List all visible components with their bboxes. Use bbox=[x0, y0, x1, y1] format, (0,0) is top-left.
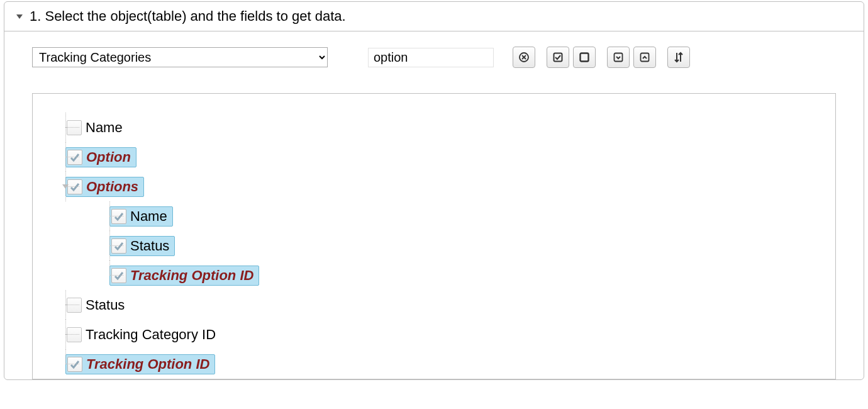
tree-node: OptionsNameStatusTracking Option ID bbox=[48, 172, 820, 290]
tree-item-label: Option bbox=[86, 149, 131, 165]
svg-marker-10 bbox=[62, 184, 69, 189]
tree-item[interactable]: Tracking Category ID bbox=[65, 325, 221, 344]
field-tree: NameOptionOptionsNameStatusTracking Opti… bbox=[48, 113, 820, 379]
toolbar: Tracking Categories bbox=[32, 47, 836, 68]
tree-row[interactable]: Tracking Category ID bbox=[65, 320, 820, 349]
field-tree-container: NameOptionOptionsNameStatusTracking Opti… bbox=[32, 93, 836, 379]
checkbox[interactable] bbox=[67, 150, 82, 165]
disclosure-down-icon bbox=[16, 13, 23, 20]
tree-item-label: Status bbox=[130, 238, 169, 254]
object-select-wrap: Tracking Categories bbox=[32, 47, 328, 67]
checkbox[interactable] bbox=[67, 298, 82, 313]
tree-row[interactable]: Name bbox=[109, 201, 820, 231]
sort-button[interactable] bbox=[667, 47, 690, 68]
step-panel: 1. Select the object(table) and the fiel… bbox=[4, 1, 864, 380]
clear-icon bbox=[518, 52, 530, 63]
tree-item-label: Status bbox=[86, 297, 125, 313]
check-all-icon bbox=[552, 52, 564, 63]
expand-all-icon bbox=[613, 52, 624, 63]
object-select[interactable]: Tracking Categories bbox=[32, 47, 328, 67]
tree-item[interactable]: Tracking Option ID bbox=[109, 266, 259, 286]
tree-children: NameStatusTracking Option ID bbox=[92, 201, 820, 290]
checkbox[interactable] bbox=[111, 238, 126, 254]
tree-node: Name bbox=[92, 201, 820, 231]
tree-item-label: Tracking Option ID bbox=[130, 267, 253, 284]
collapse-all-icon bbox=[639, 52, 650, 63]
svg-rect-4 bbox=[554, 53, 562, 62]
check-all-button[interactable] bbox=[547, 47, 569, 68]
tree-item[interactable]: Status bbox=[109, 236, 175, 256]
tree-row[interactable]: Options bbox=[65, 172, 820, 201]
tree-row[interactable]: Tracking Option ID bbox=[109, 261, 820, 290]
expander-open-icon[interactable] bbox=[61, 182, 70, 191]
tree-item[interactable]: Name bbox=[109, 206, 173, 227]
tree-item-label: Name bbox=[130, 208, 167, 225]
step-header[interactable]: 1. Select the object(table) and the fiel… bbox=[4, 2, 864, 31]
tree-item[interactable]: Options bbox=[65, 177, 144, 197]
tree-node: Option bbox=[48, 142, 820, 172]
tree-item[interactable]: Name bbox=[65, 118, 128, 137]
tree-row[interactable]: Option bbox=[65, 142, 820, 172]
tree-node: Status bbox=[48, 290, 820, 320]
tree-item-label: Options bbox=[86, 179, 138, 195]
tree-row[interactable]: Name bbox=[65, 113, 820, 142]
tree-item[interactable]: Status bbox=[65, 296, 130, 315]
svg-rect-6 bbox=[615, 53, 623, 62]
step-title: 1. Select the object(table) and the fiel… bbox=[30, 8, 346, 25]
tree-node: Tracking Option ID bbox=[92, 261, 820, 290]
tree-item[interactable]: Tracking Option ID bbox=[65, 354, 215, 374]
checkbox[interactable] bbox=[67, 327, 82, 342]
checkbox[interactable] bbox=[67, 357, 82, 372]
tree-node: Name bbox=[48, 113, 820, 142]
uncheck-all-icon bbox=[579, 52, 590, 63]
step-body: Tracking Categories bbox=[4, 31, 864, 379]
svg-marker-0 bbox=[16, 14, 23, 19]
checkbox[interactable] bbox=[111, 209, 126, 224]
tree-node: Tracking Category ID bbox=[48, 320, 820, 349]
uncheck-all-button[interactable] bbox=[573, 47, 596, 68]
sort-icon bbox=[672, 51, 685, 64]
checkbox[interactable] bbox=[67, 120, 82, 135]
tree-node: Tracking Option ID bbox=[48, 349, 820, 379]
clear-filter-button[interactable] bbox=[513, 47, 535, 68]
tree-item[interactable]: Option bbox=[65, 147, 136, 167]
collapse-all-button[interactable] bbox=[633, 47, 656, 68]
tree-item-label: Tracking Option ID bbox=[86, 356, 209, 373]
tree-row[interactable]: Status bbox=[65, 290, 820, 320]
expand-all-button[interactable] bbox=[607, 47, 630, 68]
tree-row[interactable]: Status bbox=[109, 231, 820, 261]
filter-input[interactable] bbox=[368, 48, 494, 67]
tree-row[interactable]: Tracking Option ID bbox=[65, 349, 820, 379]
tree-node: Status bbox=[92, 231, 820, 261]
checkbox[interactable] bbox=[111, 268, 126, 283]
tree-item-label: Name bbox=[86, 120, 123, 136]
tree-item-label: Tracking Category ID bbox=[86, 327, 216, 343]
svg-rect-5 bbox=[581, 53, 589, 62]
